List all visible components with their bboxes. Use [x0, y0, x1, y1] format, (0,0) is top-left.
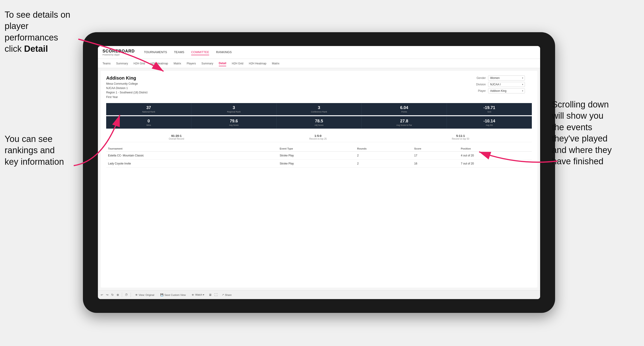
watch-btn[interactable]: 👁 Watch ▾ — [190, 292, 206, 297]
annotation-bottomleft-line3: key information — [4, 157, 64, 167]
subnav-summary2[interactable]: Summary — [201, 61, 213, 66]
stat-avg-score-to-par-value: 27.8 — [364, 119, 444, 124]
gender-select-wrapper: Women — [488, 75, 525, 81]
subnav-summary[interactable]: Summary — [116, 61, 128, 66]
annotation-right: Scrolling down will show you the events … — [552, 99, 640, 167]
table-header-row: Tournament Event Type Rounds Score Posit… — [106, 146, 532, 152]
tablet: SCOREBOARD Powered by clippd TOURNAMENTS… — [83, 32, 555, 313]
gender-select[interactable]: Women — [488, 75, 525, 81]
col-position: Position — [459, 146, 532, 152]
stat-national-rank: 37 National Rank — [106, 103, 192, 115]
subnav-h2h-grid2[interactable]: H2H Grid — [232, 61, 243, 66]
row2-tournament: Lady Coyote Invite — [106, 160, 278, 168]
sub-nav: Teams Summary H2H Grid H2H Heatmap Matri… — [98, 59, 540, 68]
stat-sos-label: SoS — [450, 111, 529, 113]
subnav-matrix2[interactable]: Matrix — [272, 61, 280, 66]
subnav-h2h-heatmap2[interactable]: H2H Heatmap — [249, 61, 266, 66]
logo-sub: Powered by clippd — [102, 54, 135, 56]
save-icon: 💾 — [160, 293, 164, 296]
redo-icon[interactable]: ↪ — [106, 293, 108, 297]
record-overall-label: Overall Record — [169, 138, 184, 140]
expand-icon[interactable]: ⛶ — [214, 293, 218, 297]
division-control: Division NJCAA I — [472, 82, 532, 87]
table-header: Tournament Event Type Rounds Score Posit… — [106, 146, 532, 152]
logo-title: SCOREBOARD — [102, 49, 135, 54]
subnav-matrix[interactable]: Matrix — [174, 61, 181, 66]
record-top25-value: 1-5-0 — [309, 134, 327, 138]
record-top50-value: 5-11-1 — [452, 134, 470, 138]
stat-conference-rank: 3 Conference Rank — [277, 103, 362, 115]
row1-position: 4 out of 20 — [459, 151, 532, 160]
watch-icon: 👁 — [192, 294, 194, 296]
col-event-type: Event Type — [278, 146, 355, 152]
nav-committee[interactable]: COMMITTEE — [191, 49, 209, 55]
annotation-right-line4: they've played — [552, 134, 608, 143]
clock-icon[interactable]: ⏱ — [125, 293, 128, 297]
subnav-detail[interactable]: Detail — [219, 61, 226, 66]
record-overall-value: 91-20-1 — [169, 134, 184, 138]
subnav-h2h-heatmap[interactable]: H2H Heatmap — [151, 61, 168, 66]
record-overall: 91-20-1 Overall Record — [169, 134, 184, 140]
player-select[interactable]: Addison King — [488, 88, 525, 93]
annotation-right-line3: the events — [552, 122, 592, 132]
division-label: Division — [472, 83, 486, 86]
division-select-wrapper: NJCAA I — [488, 82, 525, 87]
row2-score: 16 — [412, 160, 459, 168]
stat-avg-score-to-par: 27.8 Avg Score to Par — [362, 116, 447, 129]
stat-points-label: Points — [364, 111, 444, 113]
stat-sos-value: -19.71 — [450, 105, 529, 110]
stat-avg-sg-label: Avg SG — [450, 124, 529, 126]
row1-score: 17 — [412, 151, 459, 160]
view-icon: 👁 — [135, 294, 138, 296]
stat-sos: -19.71 SoS — [447, 103, 532, 115]
stat-avg-sg: -10.14 Avg SG — [447, 116, 532, 129]
col-rounds: Rounds — [356, 146, 412, 152]
player-year: First Year — [106, 95, 118, 99]
stats-grid-row2: 0 Wins 79.6 Avg Score 78.5 Adj Score 27.… — [106, 116, 532, 129]
nav-tournaments[interactable]: TOURNAMENTS — [144, 49, 167, 55]
division-select[interactable]: NJCAA I — [488, 82, 525, 87]
player-select-wrapper: Addison King — [488, 88, 525, 93]
stat-national-rank-value: 37 — [109, 105, 188, 110]
record-top50: 5-11-1 Record vs top 50 — [452, 134, 470, 140]
stat-adj-score-value: 78.5 — [280, 119, 359, 124]
row2-event-type: Stroke Play — [278, 160, 355, 168]
stat-conference-rank-label: Conference Rank — [280, 111, 359, 113]
row1-rounds: 2 — [356, 151, 412, 160]
col-score: Score — [412, 146, 459, 152]
undo-icon[interactable]: ↩ — [101, 293, 103, 297]
subnav-h2h-grid[interactable]: H2H Grid — [134, 61, 145, 66]
player-controls: Gender Women Division NJCAA — [472, 75, 532, 93]
row2-position: 7 out of 20 — [459, 160, 532, 168]
share-btn[interactable]: ↗ Share — [220, 292, 233, 297]
stat-national-rank-label: National Rank — [109, 111, 188, 113]
player-name: Addison King — [106, 75, 148, 81]
player-label: Player — [472, 89, 486, 92]
annotation-topleft-bold: Detail — [24, 44, 48, 54]
annotation-right-line2: will show you — [552, 111, 604, 121]
subnav-players[interactable]: Players — [186, 61, 196, 66]
stats-grid-row1: 37 National Rank 3 Regional Rank 3 Confe… — [106, 103, 532, 115]
records-row: 91-20-1 Overall Record 1-5-0 Record vs t… — [106, 132, 532, 142]
col-tournament: Tournament — [106, 146, 278, 152]
annotation-right-line6: have finished — [552, 157, 604, 166]
player-division: NJCAA Division 1 — [106, 86, 128, 90]
view-original-btn[interactable]: 👁 View: Original — [134, 293, 156, 297]
subnav-teams[interactable]: Teams — [102, 61, 110, 66]
nav-rankings[interactable]: RANKINGS — [216, 49, 232, 55]
row2-rounds: 2 — [356, 160, 412, 168]
nav-teams[interactable]: TEAMS — [174, 49, 184, 55]
stat-points-value: 6.04 — [364, 105, 444, 110]
logo-area: SCOREBOARD Powered by clippd — [102, 49, 135, 56]
save-custom-view-btn[interactable]: 💾 Save Custom View — [159, 292, 188, 297]
refresh-icon[interactable]: ↻ — [111, 293, 114, 297]
player-info: Addison King Mesa Community College NJCA… — [106, 75, 148, 99]
stat-regional-rank: 3 Regional Rank — [192, 103, 277, 115]
tablet-screen: SCOREBOARD Powered by clippd TOURNAMENTS… — [98, 46, 540, 299]
main-content: Addison King Mesa Community College NJCA… — [98, 68, 540, 290]
zoom-icon[interactable]: ⊕ — [116, 293, 119, 297]
screen-icon[interactable]: 🖥 — [209, 293, 212, 297]
annotation-topleft-line1: To see details on — [4, 10, 70, 19]
annotation-bottomleft-line2: rankings and — [4, 145, 55, 155]
stat-points: 6.04 Points — [362, 103, 447, 115]
